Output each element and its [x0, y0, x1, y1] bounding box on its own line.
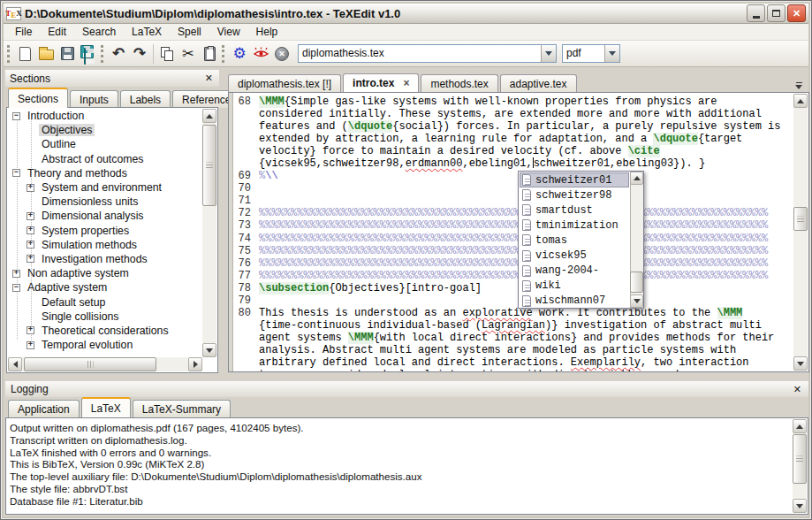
paste-button[interactable]	[199, 43, 220, 65]
scroll-down-button[interactable]	[793, 499, 807, 513]
editor-tab-adaptive-tex[interactable]: adaptive.tex	[500, 74, 577, 92]
expand-icon[interactable]: +	[27, 255, 34, 263]
scroll-down-button[interactable]	[793, 356, 808, 371]
scroll-up-button[interactable]	[202, 109, 216, 123]
editor-tab-diplomathesis-tex-[interactable]: diplomathesis.tex [!]	[228, 74, 341, 92]
tree-vertical-scrollbar[interactable]	[202, 109, 216, 357]
spellcheck-button[interactable]	[250, 43, 271, 65]
undo-button[interactable]: ↶	[108, 43, 129, 65]
copy-button[interactable]	[156, 43, 178, 65]
expand-icon[interactable]: +	[27, 326, 34, 334]
menu-item-search[interactable]: Search	[74, 24, 124, 40]
output-format-combobox-button[interactable]	[604, 45, 619, 62]
editor-code-area[interactable]: 68\MMM{Simple gas-like systems with well…	[234, 96, 793, 371]
autocomplete-item-schweitzer98[interactable]: schweitzer98	[520, 187, 629, 203]
redo-button[interactable]: ↷	[129, 43, 150, 65]
scroll-down-button[interactable]	[630, 294, 643, 308]
scrollbar-thumb[interactable]	[793, 207, 808, 231]
autocomplete-item-vicsek95[interactable]: vicsek95	[520, 248, 629, 263]
menu-item-latex[interactable]: LaTeX	[124, 24, 170, 40]
tree-item-non-adaptive-system[interactable]: +Non adaptive system	[7, 266, 202, 280]
logging-tab-latex[interactable]: LaTeX	[81, 397, 131, 417]
tab-close-icon[interactable]: ×	[403, 77, 409, 89]
editor-tab-intro-tex[interactable]: intro.tex×	[343, 73, 419, 92]
sections-tab-labels[interactable]: Labels	[120, 90, 171, 108]
stop-button[interactable]: ✕	[271, 43, 292, 65]
minimize-button[interactable]	[747, 4, 765, 22]
sections-tab-sections[interactable]: Sections	[8, 88, 68, 108]
output-format-combobox[interactable]: pdf	[562, 44, 620, 63]
title-bar[interactable]: TEX D:\Dokumente\Studium\Diplom\diplomat…	[4, 4, 808, 24]
toolbar-grip[interactable]	[222, 45, 225, 63]
log-vertical-scrollbar[interactable]	[793, 419, 807, 513]
tree-item-theoretical-considerations[interactable]: +Theoretical considerations	[7, 324, 202, 338]
tab-list-button[interactable]	[791, 79, 807, 92]
toolbar-grip[interactable]	[7, 45, 11, 63]
collapse-icon[interactable]: −	[12, 169, 20, 177]
cut-button[interactable]: ✂	[178, 43, 199, 65]
main-file-combobox[interactable]: diplomathesis.tex	[298, 44, 557, 63]
editor-vertical-scrollbar[interactable]	[793, 94, 808, 371]
new-file-button[interactable]	[14, 43, 35, 65]
autocomplete-item-tomas[interactable]: tomas	[520, 233, 629, 248]
menu-item-help[interactable]: Help	[248, 24, 286, 40]
autocomplete-item-wischmann07[interactable]: wischmann07	[520, 294, 629, 307]
tree-item-objectives[interactable]: Objectives	[7, 123, 202, 137]
close-button[interactable]: ✕	[787, 4, 806, 22]
menu-item-file[interactable]: File	[7, 24, 40, 40]
build-button[interactable]: ⚙	[229, 43, 250, 65]
toolbar-grip[interactable]	[101, 45, 104, 63]
autocomplete-item-smartdust[interactable]: smartdust	[520, 203, 629, 218]
tree-item-abstract-of-outcomes[interactable]: Abstract of outcomes	[7, 152, 202, 166]
collapse-icon[interactable]: −	[12, 284, 20, 292]
scroll-left-button[interactable]	[8, 357, 22, 371]
tree-item-single-collisions[interactable]: Single collisions	[7, 310, 202, 324]
menu-item-spell[interactable]: Spell	[170, 24, 209, 40]
main-file-combobox-button[interactable]	[541, 45, 556, 62]
autocomplete-item-schweitzer01[interactable]: schweitzer01	[520, 172, 629, 187]
autocomplete-item-wang-2004-[interactable]: wang-2004-	[520, 264, 629, 279]
scrollbar-thumb[interactable]	[24, 357, 156, 371]
scrollbar-thumb[interactable]	[202, 125, 216, 206]
tree-item-default-setup[interactable]: Default setup	[7, 294, 202, 309]
save-button[interactable]	[57, 43, 78, 65]
scrollbar-thumb[interactable]	[630, 271, 643, 293]
scroll-up-button[interactable]	[630, 172, 643, 185]
expand-icon[interactable]: +	[27, 184, 34, 192]
tree-item-outline[interactable]: Outline	[7, 137, 202, 151]
open-file-button[interactable]	[35, 43, 57, 65]
expand-icon[interactable]: +	[27, 212, 34, 220]
tree-item-system-properties[interactable]: +System properties	[7, 224, 202, 238]
expand-icon[interactable]: +	[12, 270, 20, 278]
logging-tab-application[interactable]: Application	[8, 400, 80, 417]
tree-item-dimensional-analysis[interactable]: +Dimensional analysis	[7, 209, 202, 223]
maximize-button[interactable]	[767, 4, 785, 22]
tree-item-theory-and-methods[interactable]: −Theory and methods	[7, 166, 202, 180]
menu-item-view[interactable]: View	[209, 24, 248, 40]
sections-tab-inputs[interactable]: Inputs	[70, 90, 118, 108]
tree-item-system-and-environment[interactable]: +System and environment	[7, 180, 202, 195]
tree-item-temporal-evolution[interactable]: +Temporal evolution	[7, 338, 202, 352]
scroll-down-button[interactable]	[202, 343, 216, 357]
tree-horizontal-scrollbar[interactable]	[8, 357, 202, 371]
menu-item-edit[interactable]: Edit	[40, 24, 74, 40]
scroll-up-button[interactable]	[793, 419, 807, 433]
tree-item-adaptive-system[interactable]: −Adaptive system	[7, 280, 202, 294]
save-all-button[interactable]	[78, 43, 99, 65]
scroll-up-button[interactable]	[793, 94, 808, 108]
logging-panel-close-icon[interactable]: ✕	[792, 384, 803, 395]
logging-tab-latex-summary[interactable]: LaTeX-Summary	[133, 400, 231, 417]
popup-scrollbar[interactable]	[630, 172, 643, 308]
tree-item-dimensionless-units[interactable]: Dimensionless units	[7, 195, 202, 209]
editor-tab-methods-tex[interactable]: methods.tex	[421, 74, 497, 92]
tree-item-introduction[interactable]: −Introduction	[7, 109, 202, 123]
expand-icon[interactable]: +	[27, 241, 34, 249]
sections-panel-close-icon[interactable]: ✕	[203, 73, 215, 84]
scrollbar-thumb[interactable]	[793, 434, 807, 484]
scroll-right-button[interactable]	[188, 357, 202, 371]
autocomplete-item-wiki[interactable]: wiki	[520, 279, 629, 294]
collapse-icon[interactable]: −	[12, 112, 20, 120]
tree-item-simulation-methods[interactable]: +Simulation methods	[7, 238, 202, 252]
autocomplete-item-tminimization[interactable]: tminimization	[520, 218, 629, 233]
expand-icon[interactable]: +	[27, 341, 34, 349]
